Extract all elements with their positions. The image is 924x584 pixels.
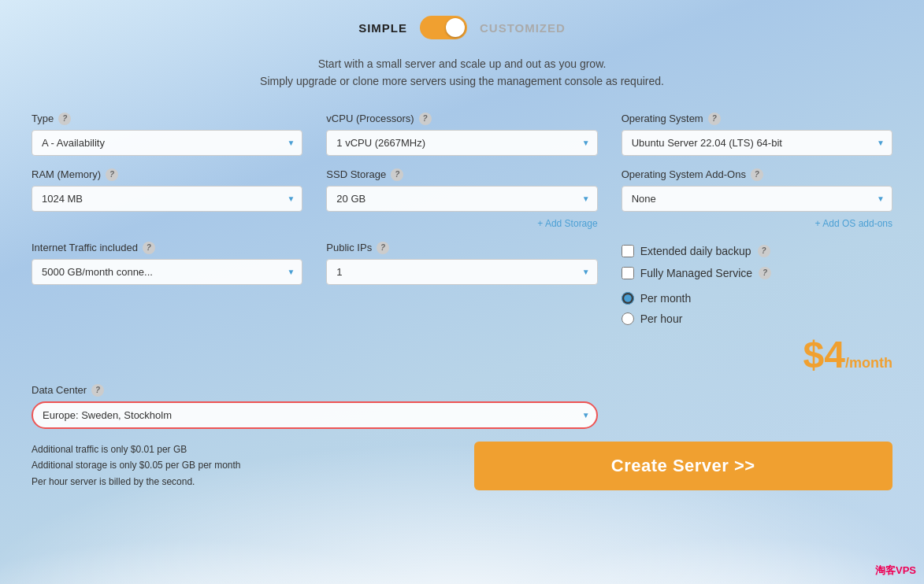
vcpu-label: vCPU (Processors) ? xyxy=(326,113,597,125)
datacenter-label: Data Center ? xyxy=(32,384,598,397)
os-addons-field-group: Operating System Add-Ons ? None cPanel P… xyxy=(622,168,892,229)
traffic-label: Internet Traffic included ? xyxy=(32,242,302,254)
info-line3: Per hour server is billed by the second. xyxy=(32,474,451,490)
ssd-select-wrapper: 20 GB 40 GB 80 GB xyxy=(326,186,597,212)
type-label: Type ? xyxy=(32,113,302,125)
os-label: Operating System ? xyxy=(622,113,892,125)
os-select-wrapper: Ubuntu Server 22.04 (LTS) 64-bit Ubuntu … xyxy=(622,130,892,156)
backup-help-icon[interactable]: ? xyxy=(758,245,770,257)
per-hour-radio[interactable] xyxy=(622,312,634,325)
billing-radio-group: Per month Per hour xyxy=(622,292,892,325)
os-addons-select-wrapper: None cPanel Plesk xyxy=(622,186,892,212)
type-select[interactable]: A - Availability B - Burstable xyxy=(32,130,302,156)
per-hour-label: Per hour xyxy=(640,312,683,325)
managed-label: Fully Managed Service xyxy=(640,267,752,279)
form-row-3: Internet Traffic included ? 5000 GB/mont… xyxy=(32,242,892,376)
per-month-radio[interactable] xyxy=(622,292,634,305)
add-storage-link[interactable]: + Add Storage xyxy=(326,218,597,229)
traffic-select-wrapper: 5000 GB/month conne... 10000 GB/month Un… xyxy=(32,259,302,285)
description: Start with a small server and scale up a… xyxy=(32,55,892,91)
info-line1: Additional traffic is only $0.01 per GB xyxy=(32,442,451,457)
info-line2: Additional storage is only $0.05 per GB … xyxy=(32,457,451,473)
traffic-select[interactable]: 5000 GB/month conne... 10000 GB/month Un… xyxy=(32,259,302,285)
managed-checkbox-item: Fully Managed Service ? xyxy=(622,267,892,279)
per-hour-radio-item: Per hour xyxy=(622,312,892,325)
managed-checkbox[interactable] xyxy=(622,267,634,279)
backup-checkbox[interactable] xyxy=(622,245,634,257)
ssd-select[interactable]: 20 GB 40 GB 80 GB xyxy=(326,186,597,212)
form-row-1: Type ? A - Availability B - Burstable vC… xyxy=(32,113,892,156)
description-line2: Simply upgrade or clone more servers usi… xyxy=(32,72,892,90)
datacenter-select[interactable]: Europe: Sweden, Stockholm Europe: German… xyxy=(32,401,598,429)
toggle-knob xyxy=(446,18,465,37)
ram-label: RAM (Memory) ? xyxy=(32,168,302,181)
vcpu-select-wrapper: 1 vCPU (2667MHz) 2 vCPU (5334MHz) xyxy=(326,130,597,156)
traffic-help-icon[interactable]: ? xyxy=(143,242,155,254)
mode-toggle[interactable] xyxy=(420,16,467,39)
create-server-area: Create Server >> xyxy=(474,442,893,490)
datacenter-help-icon[interactable]: ? xyxy=(91,384,104,397)
vcpu-help-icon[interactable]: ? xyxy=(419,113,432,125)
datacenter-select-wrapper: Europe: Sweden, Stockholm Europe: German… xyxy=(32,401,598,429)
public-ips-select-wrapper: 1 2 3 xyxy=(326,259,597,285)
create-server-button[interactable]: Create Server >> xyxy=(474,442,893,490)
backup-checkbox-item: Extended daily backup ? xyxy=(622,245,892,257)
customized-label: CUSTOMIZED xyxy=(480,21,566,35)
ssd-label: SSD Storage ? xyxy=(326,168,597,181)
per-month-radio-item: Per month xyxy=(622,292,892,305)
public-ips-select[interactable]: 1 2 3 xyxy=(326,259,597,285)
description-line1: Start with a small server and scale up a… xyxy=(32,55,892,72)
per-month-label: Per month xyxy=(640,292,692,305)
ram-select[interactable]: 512 MB 1024 MB 2048 MB xyxy=(32,186,302,212)
ram-select-wrapper: 512 MB 1024 MB 2048 MB xyxy=(32,186,302,212)
price-period: /month xyxy=(845,355,892,371)
os-help-icon[interactable]: ? xyxy=(708,113,721,125)
os-addons-label: Operating System Add-Ons ? xyxy=(622,168,892,181)
datacenter-row: Data Center ? Europe: Sweden, Stockholm … xyxy=(32,384,892,429)
os-select[interactable]: Ubuntu Server 22.04 (LTS) 64-bit Ubuntu … xyxy=(622,130,892,156)
add-os-addons-link[interactable]: + Add OS add-ons xyxy=(622,218,892,229)
public-ips-field-group: Public IPs ? 1 2 3 xyxy=(326,242,597,376)
public-ips-help-icon[interactable]: ? xyxy=(377,242,389,254)
watermark: 淘客VPS xyxy=(875,564,916,578)
type-select-wrapper: A - Availability B - Burstable xyxy=(32,130,302,156)
traffic-field-group: Internet Traffic included ? 5000 GB/mont… xyxy=(32,242,302,376)
ssd-field-group: SSD Storage ? 20 GB 40 GB 80 GB + Add St… xyxy=(326,168,597,229)
managed-help-icon[interactable]: ? xyxy=(759,267,771,279)
os-field-group: Operating System ? Ubuntu Server 22.04 (… xyxy=(622,113,892,156)
price-display: $4/month xyxy=(803,333,892,376)
type-help-icon[interactable]: ? xyxy=(58,113,71,125)
vcpu-field-group: vCPU (Processors) ? 1 vCPU (2667MHz) 2 v… xyxy=(326,113,597,156)
ram-field-group: RAM (Memory) ? 512 MB 1024 MB 2048 MB xyxy=(32,168,302,229)
simple-label: SIMPLE xyxy=(358,21,407,35)
public-ips-label: Public IPs ? xyxy=(326,242,597,254)
checkbox-group: Extended daily backup ? Fully Managed Se… xyxy=(622,245,892,279)
info-text: Additional traffic is only $0.01 per GB … xyxy=(32,442,451,490)
type-field-group: Type ? A - Availability B - Burstable xyxy=(32,113,302,156)
os-addons-select[interactable]: None cPanel Plesk xyxy=(622,186,892,212)
vcpu-select[interactable]: 1 vCPU (2667MHz) 2 vCPU (5334MHz) xyxy=(326,130,597,156)
price-area: $4/month xyxy=(622,325,892,376)
price-amount: $4 xyxy=(803,334,845,375)
datacenter-field-group: Data Center ? Europe: Sweden, Stockholm … xyxy=(32,384,598,429)
os-addons-help-icon[interactable]: ? xyxy=(751,168,763,181)
backup-label: Extended daily backup xyxy=(640,245,751,257)
ram-help-icon[interactable]: ? xyxy=(106,168,118,181)
toggle-row: SIMPLE CUSTOMIZED xyxy=(32,16,892,39)
options-column: Extended daily backup ? Fully Managed Se… xyxy=(622,242,892,376)
ssd-help-icon[interactable]: ? xyxy=(391,168,403,181)
bottom-row: Additional traffic is only $0.01 per GB … xyxy=(32,442,892,490)
form-row-2: RAM (Memory) ? 512 MB 1024 MB 2048 MB SS… xyxy=(32,168,892,229)
